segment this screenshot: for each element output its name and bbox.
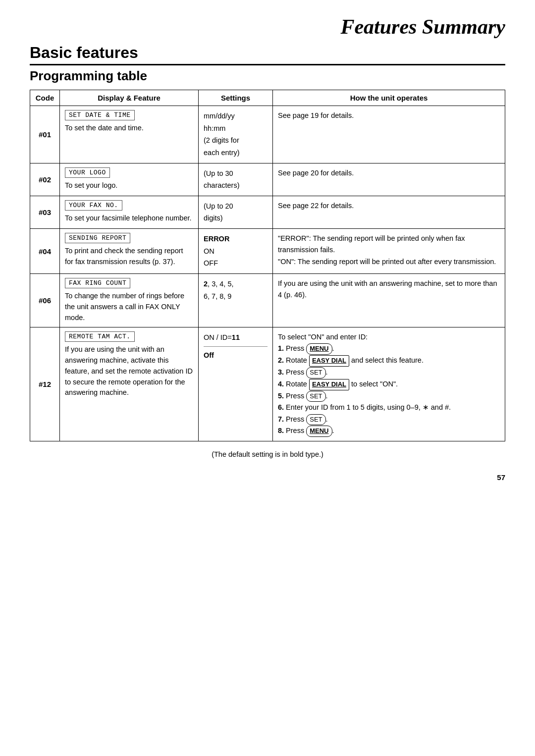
desc-03: To set your facsimile telephone number. — [65, 213, 193, 224]
page-header: Features Summary — [30, 15, 505, 39]
operates-03: See page 22 for details. — [273, 196, 505, 228]
set-key-3: SET — [306, 414, 325, 426]
step-3-label: 3. — [278, 368, 284, 376]
operates-01: See page 19 for details. — [273, 106, 505, 163]
easy-dial-key-1: EASY DIAL — [309, 355, 349, 367]
programming-table: Code Display & Feature Settings How the … — [30, 90, 505, 441]
operates-02: See page 20 for details. — [273, 163, 505, 196]
settings-on: ON — [204, 245, 268, 258]
settings-01: mm/dd/yyhh:mm(2 digits foreach entry) — [199, 106, 273, 163]
code-03: #03 — [30, 196, 60, 228]
code-12: #12 — [30, 327, 60, 441]
code-01: #01 — [30, 106, 60, 163]
col-display: Display & Feature — [60, 90, 199, 106]
settings-02: (Up to 30characters) — [199, 163, 273, 196]
display-box-03: YOUR FAX NO. — [65, 200, 122, 211]
step-8-label: 8. — [278, 427, 284, 434]
desc-02: To set your logo. — [65, 180, 193, 191]
feature-12: REMOTE TAM ACT. If you are using the uni… — [60, 327, 199, 441]
desc-04: To print and check the sending report fo… — [65, 246, 193, 268]
col-operates: How the unit operates — [273, 90, 505, 106]
settings-2: 2 — [204, 280, 208, 288]
code-02: #02 — [30, 163, 60, 196]
desc-06: To change the number of rings before the… — [65, 291, 193, 323]
settings-off-12: Off — [204, 349, 268, 362]
code-06: #06 — [30, 274, 60, 327]
desc-12: If you are using the unit with an answer… — [65, 344, 193, 398]
col-code: Code — [30, 90, 60, 106]
step-2-label: 2. — [278, 356, 284, 364]
table-row: #03 YOUR FAX NO. To set your facsimile t… — [30, 196, 505, 228]
step-5-label: 5. — [278, 392, 284, 400]
display-box-01: SET DATE & TIME — [65, 110, 135, 120]
step-1-label: 1. — [278, 344, 284, 352]
operates-06: If you are using the unit with an answer… — [273, 274, 505, 327]
code-04: #04 — [30, 229, 60, 274]
desc-01: To set the date and time. — [65, 123, 193, 134]
table-row: #06 FAX RING COUNT To change the number … — [30, 274, 505, 327]
step-7-label: 7. — [278, 415, 284, 423]
set-key-2: SET — [306, 391, 325, 402]
settings-error: ERROR — [204, 233, 268, 245]
section-title: Basic features — [30, 44, 505, 65]
settings-03: (Up to 20digits) — [199, 196, 273, 228]
display-box-06: FAX RING COUNT — [65, 278, 130, 288]
easy-dial-key-2: EASY DIAL — [309, 379, 349, 390]
menu-key-2: MENU — [306, 426, 332, 437]
feature-06: FAX RING COUNT To change the number of r… — [60, 274, 199, 327]
menu-key: MENU — [306, 343, 332, 355]
display-box-02: YOUR LOGO — [65, 167, 110, 178]
feature-03: YOUR FAX NO. To set your facsimile telep… — [60, 196, 199, 228]
set-key-1: SET — [306, 367, 325, 378]
subsection-title: Programming table — [30, 68, 505, 84]
operates-12: To select "ON" and enter ID: 1. Press ME… — [273, 327, 505, 441]
display-box-04: SENDING REPORT — [65, 233, 130, 243]
table-row: #04 SENDING REPORT To print and check th… — [30, 229, 505, 274]
display-box-12: REMOTE TAM ACT. — [65, 331, 135, 342]
table-row: #12 REMOTE TAM ACT. If you are using the… — [30, 327, 505, 441]
settings-04: ERROR ON OFF — [199, 229, 273, 274]
settings-off: OFF — [204, 257, 268, 270]
settings-06: 2, 3, 4, 5,6, 7, 8, 9 — [199, 274, 273, 327]
step-6-label: 6. — [278, 403, 284, 411]
footer-note: (The default setting is in bold type.) — [30, 450, 505, 458]
step-4-label: 4. — [278, 380, 284, 388]
settings-12: ON / ID=11 Off — [199, 327, 273, 441]
table-row: #01 SET DATE & TIME To set the date and … — [30, 106, 505, 163]
table-row: #02 YOUR LOGO To set your logo. (Up to 3… — [30, 163, 505, 196]
feature-01: SET DATE & TIME To set the date and time… — [60, 106, 199, 163]
col-settings: Settings — [199, 90, 273, 106]
feature-04: SENDING REPORT To print and check the se… — [60, 229, 199, 274]
page-title: Features Summary — [340, 15, 505, 38]
operates-04: "ERROR": The sending report will be prin… — [273, 229, 505, 274]
page-number: 57 — [30, 473, 505, 482]
feature-02: YOUR LOGO To set your logo. — [60, 163, 199, 196]
